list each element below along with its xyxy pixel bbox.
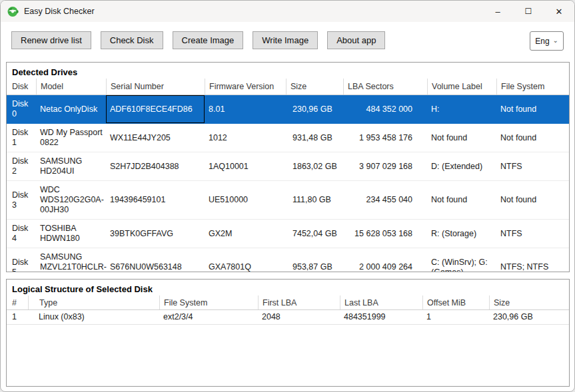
cell-size: 230,96 GB [286, 100, 343, 118]
drive-row-4[interactable]: Disk 4 TOSHIBA HDWN180 39BTK0GFFAVG GX2M… [7, 220, 569, 248]
cell-model: SAMSUNG MZVL21T0HCLR-00B00 [36, 248, 106, 272]
cell-firmware: 1012 [205, 129, 286, 147]
cell-last-lba: 484351999 [340, 310, 422, 324]
cell-model: WD My Passport 0822 [36, 124, 106, 152]
chevron-down-icon: ⌄ [553, 37, 558, 44]
write-image-button[interactable]: Write Image [253, 31, 318, 49]
cell-firmware: UE510000 [205, 191, 286, 209]
drive-row-0[interactable]: Disk 0 Netac OnlyDisk ADF610F8ECE4FD86 8… [7, 95, 569, 124]
cell-size: 953,87 GB [286, 258, 343, 272]
cell-model: WDC WDS120G2G0A-00JH30 [36, 181, 106, 219]
cell-size: 7452,04 GB [286, 225, 343, 243]
col-header-last-lba[interactable]: Last LBA [340, 295, 422, 309]
window-title: Easy Disk Checker [24, 7, 95, 16]
cell-lba: 15 628 053 168 [343, 225, 427, 243]
cell-fs: Not found [496, 100, 569, 118]
app-window: Easy Disk Checker – ☐ ✕ Renew drive list… [0, 0, 575, 392]
minimize-icon[interactable]: – [482, 1, 513, 22]
col-header-model[interactable]: Model [36, 79, 106, 95]
cell-lba: 1 953 458 176 [343, 129, 427, 147]
drives-table: Disk Model Serial Number Firmware Versio… [7, 79, 569, 272]
cell-disk: Disk 3 [7, 186, 36, 214]
cell-model: Netac OnlyDisk [36, 100, 106, 118]
cell-model: TOSHIBA HDWN180 [36, 220, 106, 248]
cell-firmware: GX2M [205, 225, 286, 243]
cell-serial: WX11E44JY205 [106, 129, 205, 147]
cell-offset: 1 [422, 310, 489, 324]
check-disk-button[interactable]: Check Disk [101, 31, 163, 49]
cell-disk: Disk 2 [7, 152, 36, 180]
col-header-disk[interactable]: Disk [7, 79, 36, 95]
detected-drives-title: Detected Drives [7, 63, 569, 79]
col-header-volume[interactable]: Volume Label [427, 79, 496, 95]
cell-volume: H: [427, 100, 496, 118]
language-selected-value: Eng [535, 37, 549, 46]
language-dropdown[interactable]: Eng ⌄ [530, 31, 564, 51]
maximize-icon[interactable]: ☐ [513, 1, 544, 22]
col-header-lba[interactable]: LBA Sectors [343, 79, 427, 95]
structure-table: # Type File System First LBA Last LBA Of… [7, 295, 569, 325]
drives-table-header: Disk Model Serial Number Firmware Versio… [7, 79, 569, 95]
col-header-serial[interactable]: Serial Number [106, 79, 205, 95]
cell-firmware: 1AQ10001 [205, 158, 286, 176]
cell-volume: C: (WinSrv); G: (Games) [427, 254, 496, 273]
cell-disk: Disk 0 [7, 95, 36, 123]
cell-size: 1863,02 GB [286, 158, 343, 176]
cell-fs: NTFS; NTFS [496, 258, 569, 272]
cell-lba: 234 455 040 [343, 191, 427, 209]
app-icon [7, 6, 19, 17]
cell-serial: 194396459101 [106, 191, 205, 209]
cell-fs: NTFS [496, 158, 569, 176]
drive-row-5[interactable]: Disk 5 SAMSUNG MZVL21T0HCLR-00B00 S676NU… [7, 248, 569, 272]
cell-num: 1 [7, 310, 28, 324]
cell-firmware: 8.01 [205, 100, 286, 118]
cell-fs: Not found [496, 191, 569, 209]
col-header-size[interactable]: Size [489, 295, 569, 309]
col-header-size[interactable]: Size [286, 79, 343, 95]
col-header-type[interactable]: Type [28, 295, 159, 309]
cell-volume: Not found [427, 191, 496, 209]
cell-model: SAMSUNG HD204UI [36, 152, 106, 180]
drive-row-1[interactable]: Disk 1 WD My Passport 0822 WX11E44JY205 … [7, 124, 569, 152]
detected-drives-panel: Detected Drives Disk Model Serial Number… [6, 62, 570, 272]
cell-disk: Disk 5 [7, 254, 36, 273]
structure-table-header: # Type File System First LBA Last LBA Of… [7, 295, 569, 310]
col-header-firmware[interactable]: Firmware Version [205, 79, 286, 95]
cell-lba: 484 352 000 [343, 100, 427, 118]
cell-lba: 2 000 409 264 [343, 258, 427, 272]
about-app-button[interactable]: About app [327, 31, 385, 49]
cell-disk: Disk 1 [7, 124, 36, 152]
partition-row-0[interactable]: 1 Linux (0x83) ext2/3/4 2048 484351999 1… [7, 310, 569, 325]
drive-row-2[interactable]: Disk 2 SAMSUNG HD204UI S2H7JD2B404388 1A… [7, 152, 569, 181]
cell-volume: R: (Storage) [427, 225, 496, 243]
cell-fs: NTFS [496, 225, 569, 243]
logical-structure-panel: Logical Structure of Selected Disk # Typ… [6, 279, 570, 387]
logical-structure-title: Logical Structure of Selected Disk [7, 280, 569, 295]
window-controls: – ☐ ✕ [482, 1, 574, 22]
cell-disk: Disk 4 [7, 220, 36, 248]
close-icon[interactable]: ✕ [544, 1, 574, 22]
col-header-fs[interactable]: File System [159, 295, 258, 309]
drive-row-3[interactable]: Disk 3 WDC WDS120G2G0A-00JH30 1943964591… [7, 181, 569, 220]
cell-volume: D: (Extended) [427, 158, 496, 176]
cell-type: Linux (0x83) [28, 310, 159, 324]
col-header-num[interactable]: # [7, 295, 28, 309]
col-header-offset[interactable]: Offset MiB [422, 295, 489, 309]
cell-volume: Not found [427, 129, 496, 147]
cell-serial: 39BTK0GFFAVG [106, 225, 205, 243]
renew-drive-list-button[interactable]: Renew drive list [11, 31, 91, 49]
cell-lba: 3 907 029 168 [343, 158, 427, 176]
titlebar: Easy Disk Checker – ☐ ✕ [1, 1, 574, 22]
cell-size: 931,48 GB [286, 129, 343, 147]
cell-firmware: GXA7801Q [205, 258, 286, 272]
cell-serial: S2H7JD2B404388 [106, 158, 205, 176]
cell-first-lba: 2048 [258, 310, 340, 324]
cell-fs: ext2/3/4 [159, 310, 258, 324]
cell-size: 230,96 GB [489, 310, 569, 324]
col-header-fs[interactable]: File System [496, 79, 569, 95]
create-image-button[interactable]: Create Image [173, 31, 244, 49]
toolbar: Renew drive list Check Disk Create Image… [1, 22, 574, 57]
col-header-first-lba[interactable]: First LBA [258, 295, 340, 309]
cell-serial-focused[interactable]: ADF610F8ECE4FD86 [106, 95, 205, 123]
cell-fs: Not found [496, 129, 569, 147]
